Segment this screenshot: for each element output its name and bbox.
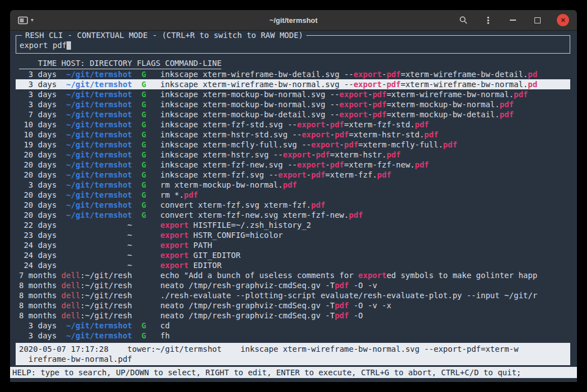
history-row[interactable]: 20 days~/git/termshotGinkscape xterm-hst… bbox=[16, 150, 570, 160]
minimize-button[interactable] bbox=[508, 15, 518, 25]
history-row[interactable]: 8 monthsdell:~/git/resh./resh-evaluate -… bbox=[16, 290, 570, 300]
entry-command: inkscape xterm-wireframe-bw-detail.svg -… bbox=[160, 69, 570, 79]
entry-host-directory: ~/git/termshot bbox=[61, 99, 132, 109]
entry-time: 8 months bbox=[19, 280, 56, 290]
entry-flags: G bbox=[137, 89, 160, 99]
entry-flags: G bbox=[137, 79, 160, 89]
history-row[interactable]: 22 days~export HISTFILE=~/.zsh_history_2 bbox=[16, 220, 570, 230]
entry-command: ./resh-evaluate --plotting-script evalua… bbox=[160, 290, 570, 300]
entry-host-directory: ~/git/termshot bbox=[61, 79, 132, 89]
history-row[interactable]: 3 days~/git/termshotGinkscape xterm-wire… bbox=[16, 69, 570, 79]
history-row[interactable]: 8 monthsdell:~/git/reshneato /tmp/resh-g… bbox=[16, 310, 570, 321]
entry-flags: G bbox=[137, 99, 160, 109]
entry-host-directory: ~/git/termshot bbox=[61, 119, 132, 130]
history-row[interactable]: 23 days~export HSTR_CONFIG=hicolor bbox=[16, 230, 570, 240]
entry-host-directory: ~/git/termshot bbox=[61, 69, 132, 79]
text-segment: HISTFILE=~/.zsh_history_2 bbox=[188, 221, 311, 230]
history-row[interactable]: 24 days~export GIT_EDITOR bbox=[16, 250, 570, 260]
search-icon[interactable] bbox=[458, 15, 468, 25]
entry-flags bbox=[137, 260, 160, 270]
entry-host-directory: dell:~/git/resh bbox=[61, 290, 132, 300]
titlebar-left-group: ▾ bbox=[18, 16, 34, 25]
history-row[interactable]: 20 days~/git/termshotGinkscape xterm-fzf… bbox=[16, 160, 570, 170]
match-highlight: pdf bbox=[386, 70, 400, 79]
match-highlight: export bbox=[297, 120, 325, 129]
entry-host-directory: ~/git/termshot bbox=[61, 321, 132, 331]
text-segment: echo "Add a bunch of useless comments fo… bbox=[160, 271, 358, 280]
entry-flags: G bbox=[137, 109, 160, 119]
entry-command: inkscape xterm-wireframe-bw-normal.svg -… bbox=[160, 79, 570, 89]
history-row[interactable]: 20 days~/git/termshotGrm *.pdf bbox=[16, 190, 570, 200]
history-row[interactable]: 3 days~/git/termshotGcd bbox=[16, 321, 570, 331]
text-segment: HSTR_CONFIG=hicolor bbox=[188, 231, 283, 240]
history-row[interactable]: 3 days~/git/termshotGinkscape xterm-mock… bbox=[16, 89, 570, 99]
text-segment: ~ bbox=[127, 241, 132, 250]
text-segment: -O -v bbox=[349, 281, 377, 290]
history-row[interactable]: 7 days~/git/termshotGinkscape xterm-mock… bbox=[16, 109, 570, 119]
entry-host-directory: ~ bbox=[61, 220, 132, 230]
history-row[interactable]: 20 days~/git/termshotGinkscape xterm-fzf… bbox=[16, 170, 570, 180]
text-segment: - bbox=[368, 110, 372, 119]
entry-flags bbox=[137, 220, 160, 230]
header-host-directory: HOST: DIRECTORY bbox=[61, 58, 132, 68]
match-highlight: export bbox=[353, 80, 382, 89]
entry-command: export HSTR_CONFIG=hicolor bbox=[160, 230, 570, 240]
entry-host-directory: ~ bbox=[61, 250, 132, 260]
history-row[interactable]: 24 days~export EDITOR bbox=[16, 260, 570, 270]
entry-time: 20 days bbox=[19, 200, 56, 210]
terminal-window: ▾ ~/git/termshot ⋮ ✕ RESH C bbox=[10, 10, 577, 382]
history-row[interactable]: 3 days~/git/termshotGinkscape xterm-mock… bbox=[16, 99, 570, 109]
match-highlight: export bbox=[339, 90, 368, 99]
history-row-selected[interactable]: 3 days~/git/termshotGinkscape xterm-wire… bbox=[16, 79, 570, 89]
entry-time: 10 days bbox=[19, 119, 56, 130]
match-highlight: pdf bbox=[311, 170, 325, 179]
history-row[interactable]: 24 days~export PATH bbox=[16, 240, 570, 250]
text-segment: inkscape xterm-mcfly-full.svg -- bbox=[160, 140, 311, 149]
close-button[interactable]: ✕ bbox=[557, 14, 569, 26]
entry-command: inkscape xterm-fzf.svg --export-pdf=xter… bbox=[160, 170, 570, 180]
match-highlight: pdf bbox=[335, 311, 349, 320]
search-input[interactable]: export pdf bbox=[20, 40, 566, 50]
history-row[interactable]: 20 days~/git/termshotGconvert xterm-fzf-… bbox=[16, 210, 570, 220]
entry-host-directory: ~/git/termshot bbox=[61, 109, 132, 119]
menu-icon[interactable]: ⋮ bbox=[483, 15, 493, 25]
history-row[interactable]: 8 monthsdell:~/git/reshneato /tmp/resh-g… bbox=[16, 280, 570, 290]
text-segment: =xterm-wireframe-bw-detail. bbox=[401, 70, 528, 79]
terminal-content: RESH CLI - CONTEXTUAL MODE - (CTRL+R to … bbox=[10, 31, 577, 382]
text-segment: EDITOR bbox=[188, 261, 221, 270]
entry-time: 24 days bbox=[19, 240, 56, 250]
detail-line: 2020-05-07 17:17:28 tower:~/git/termshot… bbox=[19, 344, 568, 354]
entry-host-directory: dell:~/git/resh bbox=[61, 310, 132, 321]
restore-button[interactable] bbox=[532, 15, 542, 25]
history-row[interactable]: 7 monthsdell:~/git/reshecho "Add a bunch… bbox=[16, 270, 570, 280]
text-segment: - bbox=[368, 100, 372, 109]
match-highlight: pdf bbox=[415, 120, 429, 129]
terminal-tab-icon bbox=[18, 16, 28, 25]
entry-time: 20 days bbox=[19, 150, 56, 160]
entry-flags: G bbox=[137, 130, 160, 140]
text-segment: - bbox=[330, 130, 334, 139]
entry-time: 8 months bbox=[19, 290, 56, 300]
history-row[interactable]: 20 days~/git/termshotGconvert xterm-fzf.… bbox=[16, 200, 570, 210]
history-row[interactable]: 3 days~/git/termshotGrm xterm-mockup-bw-… bbox=[16, 180, 570, 190]
match-highlight: export bbox=[353, 70, 382, 79]
entry-flags: G bbox=[137, 160, 160, 170]
text-segment: ~/git/termshot bbox=[66, 100, 132, 109]
entry-time: 7 months bbox=[19, 270, 56, 280]
entry-flags bbox=[137, 250, 160, 260]
new-tab-button[interactable]: ▾ bbox=[18, 16, 34, 25]
history-row[interactable]: 8 monthsdell:~/git/reshneato /tmp/resh-g… bbox=[16, 300, 570, 310]
history-row[interactable]: 10 days~/git/termshotGinkscape xterm-hst… bbox=[16, 130, 570, 140]
entry-host-directory: ~ bbox=[61, 240, 132, 250]
text-segment: :~/git/resh bbox=[81, 271, 132, 280]
text-segment: dell bbox=[61, 291, 81, 300]
history-row[interactable]: 19 days~/git/termshotGinkscape xterm-mcf… bbox=[16, 140, 570, 150]
history-row[interactable]: 10 days~/git/termshotGinkscape xterm-fzf… bbox=[16, 119, 570, 130]
text-segment: inkscape xterm-fzf-new.svg -- bbox=[160, 160, 297, 169]
text-cursor bbox=[67, 41, 71, 50]
history-row[interactable]: 3 days~/git/termshotGfh bbox=[16, 331, 570, 341]
entry-time: 3 days bbox=[19, 79, 56, 89]
table-header-line: TIME HOST: DIRECTORY FLAGS COMMAND-LINE bbox=[19, 58, 221, 69]
text-segment: fh bbox=[160, 331, 170, 340]
text-segment: :~/git/resh bbox=[81, 301, 132, 310]
